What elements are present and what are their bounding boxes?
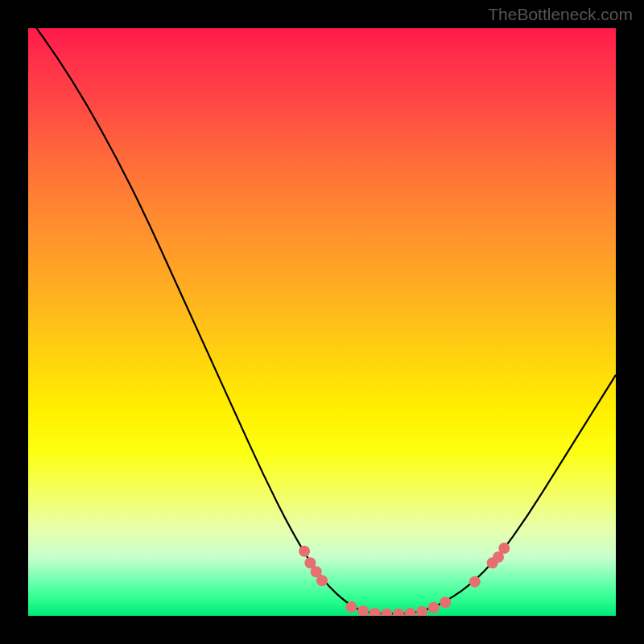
data-marker	[428, 602, 440, 613]
data-marker	[393, 609, 404, 616]
bottleneck-curve	[28, 28, 616, 613]
data-marker	[369, 608, 381, 616]
data-marker	[440, 597, 451, 608]
data-marker	[346, 601, 357, 613]
data-marker	[357, 605, 369, 616]
data-marker	[416, 606, 427, 616]
data-markers	[299, 543, 510, 616]
chart-svg	[28, 28, 616, 616]
attribution-text: TheBottleneck.com	[488, 5, 633, 24]
data-marker	[498, 543, 510, 554]
data-marker	[381, 609, 392, 616]
data-marker	[299, 546, 310, 557]
data-marker	[405, 608, 416, 616]
plot-area	[28, 28, 616, 616]
data-marker	[469, 576, 481, 588]
data-marker	[316, 575, 328, 586]
